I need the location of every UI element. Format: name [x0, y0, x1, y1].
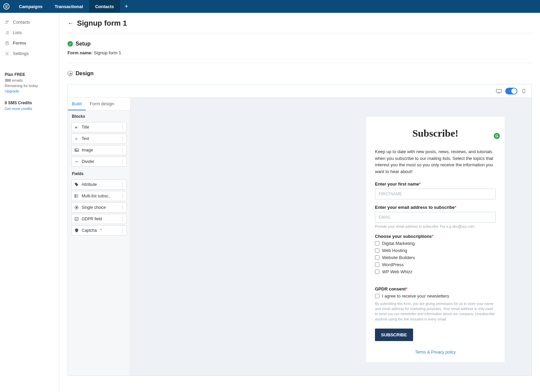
- svg-rect-25: [75, 194, 76, 195]
- checkbox-input[interactable]: [375, 241, 379, 246]
- drag-handle-icon: ⋮: [120, 228, 125, 233]
- block-divider[interactable]: Divider⋮: [71, 157, 127, 167]
- form-canvas: Subscribe! G Keep up to date with new po…: [131, 98, 532, 375]
- field-multilist[interactable]: Multi-list subsc..⋮: [71, 191, 127, 201]
- title-icon: H: [74, 125, 79, 130]
- svg-rect-30: [75, 217, 78, 220]
- firstname-label: Enter your first name*: [375, 181, 496, 187]
- tab-campaigns[interactable]: Campaigns: [13, 0, 49, 13]
- main-content: ← Signup form 1 ✓ Setup Form name: Signu…: [59, 13, 540, 392]
- drag-handle-icon: ⋮: [120, 182, 125, 187]
- svg-point-29: [76, 207, 77, 208]
- sms-credits-label: 0 SMS Credits: [5, 101, 54, 105]
- subscribe-button[interactable]: SUBSCRIBE: [375, 329, 413, 341]
- svg-point-1: [6, 21, 7, 22]
- topbar: Campaigns Transactional Contacts +: [0, 0, 540, 13]
- block-title[interactable]: H Title⋮: [71, 122, 127, 132]
- sidebar: Contacts Lists Forms Settings Plan FREE …: [0, 13, 59, 392]
- emails-remaining: 300 emails: [5, 78, 54, 82]
- sidebar-item-settings[interactable]: Settings: [0, 48, 59, 59]
- checkbox-icon: [74, 217, 79, 221]
- drag-handle-icon: ⋮: [120, 136, 125, 141]
- back-arrow-icon[interactable]: ←: [68, 20, 74, 27]
- sidebar-item-forms[interactable]: Forms: [0, 38, 59, 48]
- checkbox-input[interactable]: [375, 262, 379, 267]
- radio-icon: [74, 205, 79, 210]
- lists-icon: [5, 30, 9, 35]
- drag-handle-icon: ⋮: [120, 194, 125, 198]
- device-toggle[interactable]: [505, 88, 517, 94]
- email-label: Enter your email address to subscribe*: [375, 205, 496, 210]
- sidebar-item-label: Lists: [13, 30, 22, 35]
- signup-form-card: Subscribe! G Keep up to date with new po…: [366, 117, 505, 362]
- subscription-option[interactable]: Website Builders: [375, 255, 496, 260]
- svg-point-12: [6, 53, 8, 54]
- gear-icon: [5, 51, 9, 56]
- page-title: Signup form 1: [77, 19, 127, 28]
- tag-icon: [74, 182, 79, 187]
- block-text[interactable]: A Text⋮: [71, 134, 127, 144]
- checkbox-input[interactable]: [375, 294, 379, 298]
- tab-contacts[interactable]: Contacts: [89, 0, 120, 13]
- subscriptions-label: Choose your subscriptions*: [375, 234, 496, 239]
- terms-privacy-link[interactable]: Terms & Privacy policy: [415, 350, 456, 355]
- drag-handle-icon: ⋮: [120, 205, 125, 210]
- sidebar-item-contacts[interactable]: Contacts: [0, 17, 59, 27]
- setup-heading: Setup: [76, 41, 90, 47]
- field-gdpr[interactable]: GDPR field⋮: [71, 214, 127, 224]
- svg-rect-13: [496, 89, 502, 92]
- design-heading: Design: [76, 71, 93, 77]
- sidebar-item-lists[interactable]: Lists: [0, 27, 59, 38]
- clock-icon: ◔: [68, 71, 73, 76]
- field-captcha[interactable]: Captcha*⋮: [71, 225, 127, 235]
- forms-icon: [5, 41, 9, 46]
- svg-text:A: A: [75, 137, 77, 141]
- grammarly-badge-icon[interactable]: G: [494, 133, 500, 139]
- checkbox-input[interactable]: [375, 255, 379, 260]
- plan-label: Plan FREE: [5, 72, 54, 77]
- tab-transactional[interactable]: Transactional: [49, 0, 89, 13]
- field-single-choice[interactable]: Single choice⋮: [71, 202, 127, 213]
- add-button[interactable]: +: [120, 0, 133, 13]
- checkbox-input[interactable]: [375, 248, 379, 253]
- svg-rect-26: [75, 196, 76, 196]
- form-heading: Subscribe!: [375, 128, 496, 139]
- block-image[interactable]: Image⋮: [71, 145, 127, 155]
- get-credits-link[interactable]: Get more credits: [5, 107, 32, 111]
- contacts-icon: [5, 20, 9, 25]
- firstname-input[interactable]: [375, 189, 496, 199]
- sidebar-item-label: Contacts: [13, 20, 30, 25]
- text-icon: A: [74, 136, 79, 141]
- panel-tab-form-design[interactable]: Form design: [86, 98, 118, 110]
- gdpr-checkbox-row[interactable]: I agree to receive your newsletters: [375, 293, 496, 299]
- email-input[interactable]: [375, 212, 496, 223]
- drag-handle-icon: ⋮: [120, 217, 125, 221]
- blocks-label: Blocks: [68, 111, 130, 121]
- subscription-option[interactable]: WP Web Whizz: [375, 269, 496, 274]
- subscription-option[interactable]: Web Hosting: [375, 248, 496, 253]
- required-indicator: *: [100, 228, 102, 233]
- sidebar-footer: Plan FREE 300 emails Remaining for today…: [0, 67, 59, 115]
- sidebar-item-label: Forms: [13, 40, 26, 46]
- field-attribute[interactable]: Attribute⋮: [71, 179, 127, 190]
- form-name-row: Form name: Signup form 1: [68, 50, 532, 55]
- svg-rect-27: [75, 197, 76, 197]
- panel-tab-build[interactable]: Build: [68, 98, 86, 110]
- upgrade-link[interactable]: Upgrade: [5, 89, 19, 93]
- subscription-option[interactable]: Digital Marketing: [375, 241, 496, 246]
- check-icon: ✓: [68, 41, 73, 47]
- desktop-icon[interactable]: [496, 89, 502, 93]
- remaining-label: Remaining for today: [5, 84, 54, 88]
- checkbox-input[interactable]: [375, 270, 379, 274]
- drag-handle-icon: ⋮: [120, 148, 125, 152]
- shield-icon: [74, 228, 79, 233]
- drag-handle-icon: ⋮: [120, 159, 125, 164]
- mobile-icon[interactable]: [521, 89, 527, 93]
- app-logo[interactable]: [0, 0, 13, 13]
- fields-label: Fields: [68, 168, 130, 178]
- svg-text:H: H: [75, 126, 77, 129]
- email-helper-text: Provide your email address to subscribe.…: [375, 224, 496, 228]
- subscription-option[interactable]: WordPress: [375, 262, 496, 267]
- design-area: Build Form design Blocks H Title⋮ A Text…: [68, 84, 532, 376]
- gdpr-disclaimer: By submitting this form, you are giving …: [375, 301, 496, 322]
